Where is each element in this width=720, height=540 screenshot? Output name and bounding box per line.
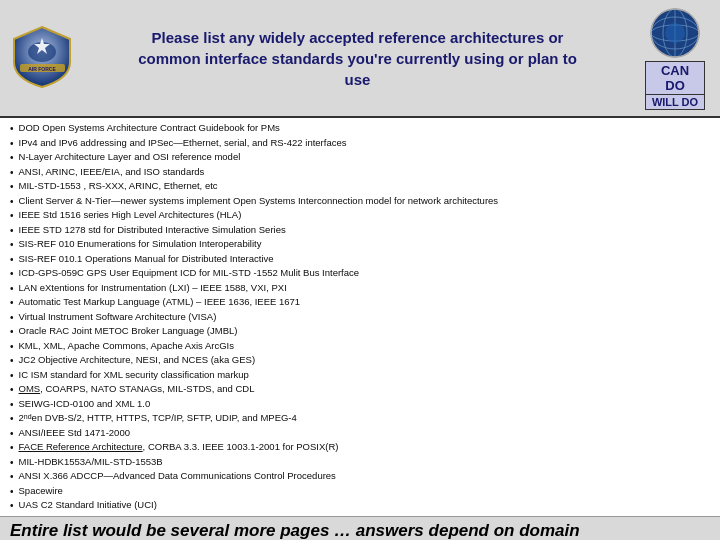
list-item: OMS, COARPS, NATO STANAGs, MIL-STDS, and…	[10, 383, 710, 397]
can-do-label: CAN DO	[645, 61, 705, 95]
list-item: MIL-STD-1553 , RS-XXX, ARINC, Ethernet, …	[10, 180, 710, 194]
list-item: Spacewire	[10, 485, 710, 499]
can-do-badge: CAN DO WILL DO	[645, 61, 705, 110]
list-item: LAN eXtentions for Instrumentation (LXI)…	[10, 282, 710, 296]
list-item: Oracle RAC Joint METOC Broker Language (…	[10, 325, 710, 339]
list-item: ICD-GPS-059C GPS User Equipment ICD for …	[10, 267, 710, 281]
list-item: IEEE Std 1516 series High Level Architec…	[10, 209, 710, 223]
header-right: CAN DO WILL DO	[640, 6, 710, 110]
list-item: SIS-REF 010 Enumerations for Simulation …	[10, 238, 710, 252]
list-item: N-Layer Architecture Layer and OSI refer…	[10, 151, 710, 165]
list-item: IPv4 and IPv6 addressing and IPSec—Ether…	[10, 137, 710, 151]
slide-title: Please list any widely accepted referenc…	[75, 27, 640, 90]
list-item: ANSI X.366 ADCCP—Advanced Data Communica…	[10, 470, 710, 484]
list-item: Virtual Instrument Software Architecture…	[10, 311, 710, 325]
list-item: UAS C2 Standard Initiative (UCI)	[10, 499, 710, 513]
footer-banner: Entire list would be several more pages …	[0, 516, 720, 541]
bullet-list: DOD Open Systems Architecture Contract G…	[10, 122, 710, 513]
content-area: DOD Open Systems Architecture Contract G…	[0, 118, 720, 516]
footer-main-text: Entire list would be several more pages …	[10, 521, 710, 541]
list-item: DOD Open Systems Architecture Contract G…	[10, 122, 710, 136]
title-text: Please list any widely accepted referenc…	[85, 27, 630, 90]
header: AIR FORCE Please list any widely accepte…	[0, 0, 720, 118]
list-item: ANSI/IEEE Std 1471-2000	[10, 427, 710, 441]
list-item: IEEE STD 1278 std for Distributed Intera…	[10, 224, 710, 238]
list-item: MIL-HDBK1553A/MIL-STD-1553B	[10, 456, 710, 470]
list-item: Automatic Test Markup Language (ATML) – …	[10, 296, 710, 310]
list-item: ANSI, ARINC, IEEE/EIA, and ISO standards	[10, 166, 710, 180]
logo-left: AIR FORCE	[10, 24, 75, 93]
will-do-label: WILL DO	[645, 95, 705, 110]
globe-icon	[648, 6, 703, 61]
svg-point-10	[665, 23, 685, 43]
list-item: FACE Reference Architecture, CORBA 3.3. …	[10, 441, 710, 455]
list-item: IC ISM standard for XML security classif…	[10, 369, 710, 383]
list-item: JC2 Objective Architecture, NESI, and NC…	[10, 354, 710, 368]
list-item: 2nden DVB-S/2, HTTP, HTTPS, TCP/IP, SFTP…	[10, 412, 710, 426]
list-item: SIS-REF 010.1 Operations Manual for Dist…	[10, 253, 710, 267]
list-item: Client Server & N-Tier—newer systems imp…	[10, 195, 710, 209]
svg-text:AIR FORCE: AIR FORCE	[28, 66, 56, 72]
list-item: SEIWG-ICD-0100 and XML 1.0	[10, 398, 710, 412]
list-item: KML, XML, Apache Commons, Apache Axis Ar…	[10, 340, 710, 354]
